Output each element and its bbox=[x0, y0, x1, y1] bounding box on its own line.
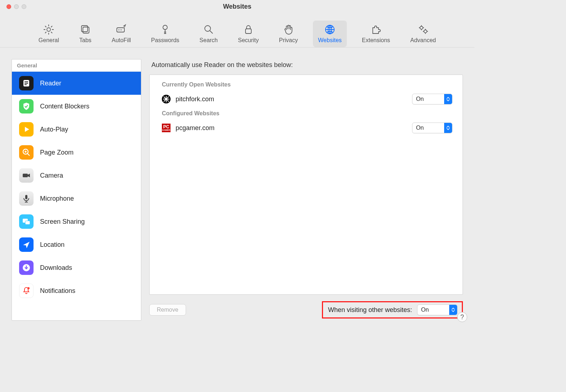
sidebar-item-downloads[interactable]: Downloads bbox=[12, 256, 141, 279]
titlebar: Websites bbox=[0, 0, 474, 13]
svg-point-5 bbox=[205, 26, 211, 31]
sidebar-label: Screen Sharing bbox=[40, 218, 85, 226]
toolbar-label: AutoFill bbox=[112, 37, 131, 44]
toolbar-label: Websites bbox=[318, 37, 342, 44]
toolbar-label: General bbox=[39, 37, 59, 44]
site-name: pitchfork.com bbox=[176, 95, 412, 103]
sidebar-item-microphone[interactable]: Microphone bbox=[12, 187, 141, 210]
sidebar-item-notifications[interactable]: Notifications bbox=[12, 279, 141, 302]
screen-sharing-icon bbox=[19, 214, 34, 229]
location-icon bbox=[19, 237, 34, 252]
reader-select-pitchfork[interactable]: On bbox=[412, 94, 452, 104]
puzzle-icon bbox=[370, 23, 382, 36]
sidebar: General Reader Content Blockers Auto-Pla… bbox=[12, 59, 141, 321]
right-pane: Automatically use Reader on the websites… bbox=[149, 59, 463, 321]
svg-rect-13 bbox=[23, 174, 28, 177]
toolbar-label: Extensions bbox=[362, 37, 390, 44]
toolbar-websites[interactable]: Websites bbox=[313, 21, 347, 47]
sidebar-label: Camera bbox=[40, 172, 63, 179]
toolbar-label: Advanced bbox=[410, 37, 436, 44]
traffic-lights bbox=[0, 4, 26, 9]
select-value: On bbox=[412, 125, 444, 131]
sidebar-item-content-blockers[interactable]: Content Blockers bbox=[12, 95, 141, 118]
sidebar-item-location[interactable]: Location bbox=[12, 233, 141, 256]
sidebar-label: Notifications bbox=[40, 287, 75, 295]
sidebar-label: Page Zoom bbox=[40, 149, 74, 156]
toolbar-search[interactable]: Search bbox=[194, 21, 223, 47]
window-title: Websites bbox=[0, 3, 474, 10]
toolbar-privacy[interactable]: Privacy bbox=[274, 21, 303, 47]
toolbar-autofill[interactable]: AutoFill bbox=[107, 21, 136, 47]
svg-rect-16 bbox=[25, 221, 30, 224]
toolbar-label: Passwords bbox=[151, 37, 179, 44]
sidebar-item-reader[interactable]: Reader bbox=[12, 72, 141, 95]
svg-point-4 bbox=[163, 25, 167, 30]
sidebar-list: Reader Content Blockers Auto-Play Page Z… bbox=[12, 72, 141, 320]
table-row[interactable]: pitchfork.com On bbox=[150, 91, 463, 107]
reader-icon bbox=[19, 76, 34, 90]
hand-icon bbox=[282, 23, 295, 36]
svg-point-9 bbox=[420, 26, 423, 29]
help-button[interactable]: ? bbox=[457, 312, 467, 322]
svg-point-0 bbox=[47, 28, 50, 31]
sidebar-label: Content Blockers bbox=[40, 103, 89, 110]
play-icon bbox=[19, 122, 34, 137]
section-intro: Automatically use Reader on the websites… bbox=[149, 59, 463, 75]
svg-rect-6 bbox=[246, 29, 251, 34]
group-title-open: Currently Open Websites bbox=[150, 79, 463, 91]
default-setting-highlight: When visiting other websites: On bbox=[322, 301, 463, 318]
search-icon bbox=[203, 23, 215, 36]
sidebar-label: Location bbox=[40, 241, 65, 249]
gear-icon bbox=[43, 23, 55, 36]
camera-icon bbox=[19, 168, 34, 183]
footer: Remove When visiting other websites: On bbox=[149, 295, 463, 321]
toolbar-label: Tabs bbox=[79, 37, 92, 44]
sidebar-label: Microphone bbox=[40, 195, 74, 202]
site-name: pcgamer.com bbox=[176, 124, 412, 132]
sidebar-label: Auto-Play bbox=[40, 126, 68, 133]
toolbar-tabs[interactable]: Tabs bbox=[74, 21, 97, 47]
svg-point-10 bbox=[424, 30, 427, 33]
table-row[interactable]: PCGAMER pcgamer.com On bbox=[150, 120, 463, 136]
shield-check-icon bbox=[19, 99, 34, 113]
default-label: When visiting other websites: bbox=[328, 306, 412, 314]
reader-select-default[interactable]: On bbox=[417, 304, 457, 315]
toolbar-label: Security bbox=[238, 37, 259, 44]
websites-table[interactable]: Currently Open Websites pitchfork.com On… bbox=[149, 75, 463, 295]
zoom-icon bbox=[19, 145, 34, 160]
toolbar-security[interactable]: Security bbox=[233, 21, 264, 47]
select-value: On bbox=[412, 96, 444, 102]
svg-rect-14 bbox=[25, 195, 27, 199]
toolbar-label: Search bbox=[199, 37, 218, 44]
remove-button[interactable]: Remove bbox=[149, 304, 186, 316]
toolbar-general[interactable]: General bbox=[34, 21, 64, 47]
favicon-pcgamer: PCGAMER bbox=[162, 124, 171, 132]
svg-rect-1 bbox=[83, 27, 89, 33]
sidebar-header: General bbox=[12, 59, 141, 72]
toolbar: General Tabs AutoFill Passwords Search S… bbox=[0, 13, 474, 48]
chevron-updown-icon bbox=[449, 305, 457, 315]
preferences-window: Websites General Tabs AutoFill Passwords… bbox=[0, 0, 474, 327]
svg-rect-3 bbox=[117, 28, 124, 32]
sidebar-item-screen-sharing[interactable]: Screen Sharing bbox=[12, 210, 141, 233]
key-icon bbox=[159, 23, 171, 36]
sidebar-item-auto-play[interactable]: Auto-Play bbox=[12, 118, 141, 141]
autofill-icon bbox=[115, 23, 127, 36]
lock-icon bbox=[242, 23, 255, 36]
toolbar-extensions[interactable]: Extensions bbox=[357, 21, 395, 47]
bell-icon bbox=[19, 284, 34, 298]
sidebar-item-page-zoom[interactable]: Page Zoom bbox=[12, 141, 141, 164]
toolbar-label: Privacy bbox=[279, 37, 298, 44]
group-title-configured: Configured Websites bbox=[150, 107, 463, 120]
sidebar-item-camera[interactable]: Camera bbox=[12, 164, 141, 187]
close-window-button[interactable] bbox=[6, 4, 11, 9]
globe-icon bbox=[324, 23, 336, 36]
gears-icon bbox=[417, 23, 429, 36]
maximize-window-button[interactable] bbox=[22, 4, 26, 9]
reader-select-pcgamer[interactable]: On bbox=[412, 122, 452, 133]
download-icon bbox=[19, 260, 34, 275]
svg-point-18 bbox=[27, 287, 30, 289]
toolbar-advanced[interactable]: Advanced bbox=[405, 21, 441, 47]
minimize-window-button[interactable] bbox=[14, 4, 19, 9]
toolbar-passwords[interactable]: Passwords bbox=[146, 21, 184, 47]
